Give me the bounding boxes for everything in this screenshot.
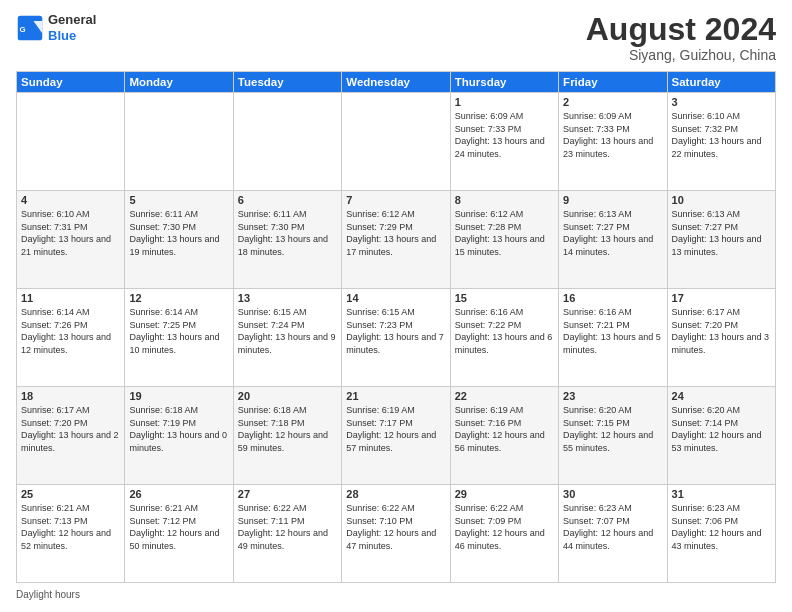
calendar-cell: 29Sunrise: 6:22 AMSunset: 7:09 PMDayligh…	[450, 485, 558, 583]
calendar-cell: 24Sunrise: 6:20 AMSunset: 7:14 PMDayligh…	[667, 387, 775, 485]
day-number: 12	[129, 292, 228, 304]
header-cell-thursday: Thursday	[450, 72, 558, 93]
day-info: Sunrise: 6:16 AMSunset: 7:22 PMDaylight:…	[455, 306, 554, 356]
calendar-cell: 1Sunrise: 6:09 AMSunset: 7:33 PMDaylight…	[450, 93, 558, 191]
calendar-cell	[17, 93, 125, 191]
day-info: Sunrise: 6:12 AMSunset: 7:28 PMDaylight:…	[455, 208, 554, 258]
day-info: Sunrise: 6:21 AMSunset: 7:12 PMDaylight:…	[129, 502, 228, 552]
day-number: 8	[455, 194, 554, 206]
day-number: 17	[672, 292, 771, 304]
day-number: 3	[672, 96, 771, 108]
day-number: 22	[455, 390, 554, 402]
calendar-cell: 5Sunrise: 6:11 AMSunset: 7:30 PMDaylight…	[125, 191, 233, 289]
day-number: 21	[346, 390, 445, 402]
daylight-label: Daylight hours	[16, 589, 80, 600]
day-info: Sunrise: 6:16 AMSunset: 7:21 PMDaylight:…	[563, 306, 662, 356]
day-info: Sunrise: 6:20 AMSunset: 7:14 PMDaylight:…	[672, 404, 771, 454]
day-number: 15	[455, 292, 554, 304]
logo-text: General Blue	[48, 12, 96, 43]
calendar-table: SundayMondayTuesdayWednesdayThursdayFrid…	[16, 71, 776, 583]
calendar-cell: 7Sunrise: 6:12 AMSunset: 7:29 PMDaylight…	[342, 191, 450, 289]
day-number: 11	[21, 292, 120, 304]
calendar-cell	[125, 93, 233, 191]
calendar-cell: 26Sunrise: 6:21 AMSunset: 7:12 PMDayligh…	[125, 485, 233, 583]
day-number: 29	[455, 488, 554, 500]
calendar-cell: 16Sunrise: 6:16 AMSunset: 7:21 PMDayligh…	[559, 289, 667, 387]
day-info: Sunrise: 6:17 AMSunset: 7:20 PMDaylight:…	[21, 404, 120, 454]
day-info: Sunrise: 6:22 AMSunset: 7:11 PMDaylight:…	[238, 502, 337, 552]
calendar-cell: 6Sunrise: 6:11 AMSunset: 7:30 PMDaylight…	[233, 191, 341, 289]
header-cell-wednesday: Wednesday	[342, 72, 450, 93]
day-info: Sunrise: 6:18 AMSunset: 7:18 PMDaylight:…	[238, 404, 337, 454]
day-number: 2	[563, 96, 662, 108]
day-number: 10	[672, 194, 771, 206]
calendar-cell: 27Sunrise: 6:22 AMSunset: 7:11 PMDayligh…	[233, 485, 341, 583]
day-info: Sunrise: 6:19 AMSunset: 7:17 PMDaylight:…	[346, 404, 445, 454]
calendar-cell: 23Sunrise: 6:20 AMSunset: 7:15 PMDayligh…	[559, 387, 667, 485]
day-info: Sunrise: 6:11 AMSunset: 7:30 PMDaylight:…	[129, 208, 228, 258]
day-number: 28	[346, 488, 445, 500]
calendar-cell: 2Sunrise: 6:09 AMSunset: 7:33 PMDaylight…	[559, 93, 667, 191]
day-info: Sunrise: 6:13 AMSunset: 7:27 PMDaylight:…	[672, 208, 771, 258]
calendar-cell: 3Sunrise: 6:10 AMSunset: 7:32 PMDaylight…	[667, 93, 775, 191]
day-number: 16	[563, 292, 662, 304]
calendar-cell: 21Sunrise: 6:19 AMSunset: 7:17 PMDayligh…	[342, 387, 450, 485]
month-title: August 2024	[586, 12, 776, 47]
day-info: Sunrise: 6:13 AMSunset: 7:27 PMDaylight:…	[563, 208, 662, 258]
location-subtitle: Siyang, Guizhou, China	[586, 47, 776, 63]
calendar-cell	[342, 93, 450, 191]
calendar-cell: 19Sunrise: 6:18 AMSunset: 7:19 PMDayligh…	[125, 387, 233, 485]
footer: Daylight hours	[16, 589, 776, 600]
header-cell-saturday: Saturday	[667, 72, 775, 93]
day-info: Sunrise: 6:10 AMSunset: 7:32 PMDaylight:…	[672, 110, 771, 160]
calendar-cell: 10Sunrise: 6:13 AMSunset: 7:27 PMDayligh…	[667, 191, 775, 289]
day-number: 19	[129, 390, 228, 402]
day-info: Sunrise: 6:22 AMSunset: 7:09 PMDaylight:…	[455, 502, 554, 552]
calendar-cell: 20Sunrise: 6:18 AMSunset: 7:18 PMDayligh…	[233, 387, 341, 485]
day-info: Sunrise: 6:09 AMSunset: 7:33 PMDaylight:…	[563, 110, 662, 160]
day-info: Sunrise: 6:11 AMSunset: 7:30 PMDaylight:…	[238, 208, 337, 258]
day-number: 5	[129, 194, 228, 206]
day-number: 26	[129, 488, 228, 500]
day-info: Sunrise: 6:19 AMSunset: 7:16 PMDaylight:…	[455, 404, 554, 454]
calendar-cell	[233, 93, 341, 191]
header-cell-tuesday: Tuesday	[233, 72, 341, 93]
calendar-cell: 4Sunrise: 6:10 AMSunset: 7:31 PMDaylight…	[17, 191, 125, 289]
page: G General Blue August 2024 Siyang, Guizh…	[0, 0, 792, 612]
calendar-cell: 15Sunrise: 6:16 AMSunset: 7:22 PMDayligh…	[450, 289, 558, 387]
day-info: Sunrise: 6:14 AMSunset: 7:26 PMDaylight:…	[21, 306, 120, 356]
calendar-cell: 25Sunrise: 6:21 AMSunset: 7:13 PMDayligh…	[17, 485, 125, 583]
day-number: 31	[672, 488, 771, 500]
header-cell-sunday: Sunday	[17, 72, 125, 93]
calendar-cell: 13Sunrise: 6:15 AMSunset: 7:24 PMDayligh…	[233, 289, 341, 387]
day-number: 20	[238, 390, 337, 402]
day-number: 25	[21, 488, 120, 500]
day-info: Sunrise: 6:22 AMSunset: 7:10 PMDaylight:…	[346, 502, 445, 552]
calendar-cell: 18Sunrise: 6:17 AMSunset: 7:20 PMDayligh…	[17, 387, 125, 485]
day-number: 24	[672, 390, 771, 402]
title-block: August 2024 Siyang, Guizhou, China	[586, 12, 776, 63]
day-number: 1	[455, 96, 554, 108]
day-info: Sunrise: 6:21 AMSunset: 7:13 PMDaylight:…	[21, 502, 120, 552]
calendar-cell: 28Sunrise: 6:22 AMSunset: 7:10 PMDayligh…	[342, 485, 450, 583]
day-number: 4	[21, 194, 120, 206]
calendar-cell: 17Sunrise: 6:17 AMSunset: 7:20 PMDayligh…	[667, 289, 775, 387]
day-info: Sunrise: 6:15 AMSunset: 7:23 PMDaylight:…	[346, 306, 445, 356]
calendar-week-3: 11Sunrise: 6:14 AMSunset: 7:26 PMDayligh…	[17, 289, 776, 387]
logo-icon: G	[16, 14, 44, 42]
calendar-header-row: SundayMondayTuesdayWednesdayThursdayFrid…	[17, 72, 776, 93]
day-info: Sunrise: 6:23 AMSunset: 7:07 PMDaylight:…	[563, 502, 662, 552]
day-info: Sunrise: 6:14 AMSunset: 7:25 PMDaylight:…	[129, 306, 228, 356]
calendar-cell: 31Sunrise: 6:23 AMSunset: 7:06 PMDayligh…	[667, 485, 775, 583]
calendar-cell: 8Sunrise: 6:12 AMSunset: 7:28 PMDaylight…	[450, 191, 558, 289]
day-number: 9	[563, 194, 662, 206]
day-number: 6	[238, 194, 337, 206]
day-info: Sunrise: 6:15 AMSunset: 7:24 PMDaylight:…	[238, 306, 337, 356]
calendar-cell: 11Sunrise: 6:14 AMSunset: 7:26 PMDayligh…	[17, 289, 125, 387]
day-number: 7	[346, 194, 445, 206]
header-cell-friday: Friday	[559, 72, 667, 93]
calendar-week-2: 4Sunrise: 6:10 AMSunset: 7:31 PMDaylight…	[17, 191, 776, 289]
day-number: 27	[238, 488, 337, 500]
calendar-cell: 30Sunrise: 6:23 AMSunset: 7:07 PMDayligh…	[559, 485, 667, 583]
header-cell-monday: Monday	[125, 72, 233, 93]
